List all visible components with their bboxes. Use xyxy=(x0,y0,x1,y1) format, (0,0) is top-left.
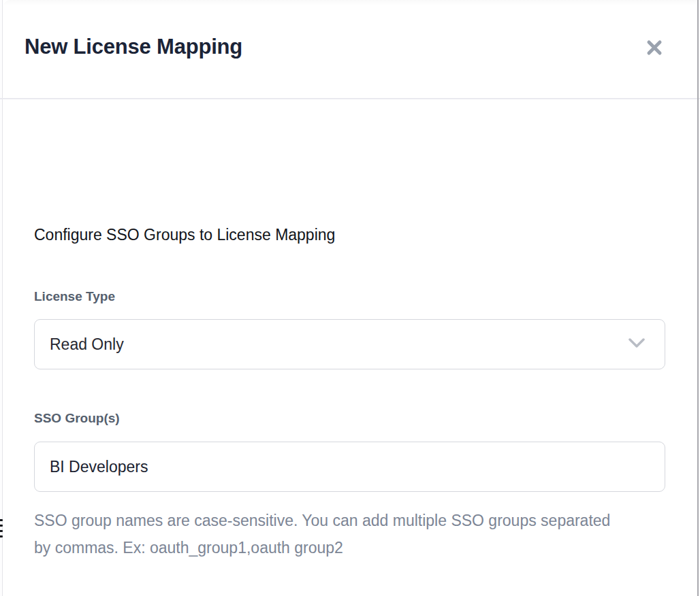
chevron-down-icon xyxy=(628,337,646,351)
license-type-label: License Type xyxy=(34,288,115,304)
header-divider xyxy=(0,98,700,99)
screen-root: { "modal": { "title": "New License Mappi… xyxy=(0,0,700,596)
window-right-border xyxy=(697,0,699,596)
sso-groups-help: SSO group names are case-sensitive. You … xyxy=(34,507,620,561)
menu-dash xyxy=(0,519,3,521)
page-edge-underlay xyxy=(0,0,3,596)
close-icon xyxy=(646,39,663,56)
close-button[interactable] xyxy=(642,35,667,60)
menu-dash xyxy=(0,535,3,537)
sso-groups-label: SSO Group(s) xyxy=(34,410,120,426)
menu-icon-fragment xyxy=(0,519,3,538)
license-type-value: Read Only xyxy=(50,335,124,354)
dialog-header: New License Mapping xyxy=(3,0,697,98)
new-license-mapping-dialog: New License Mapping Configure SSO Groups… xyxy=(3,0,697,596)
menu-dash xyxy=(0,525,3,527)
license-type-select[interactable]: Read Only xyxy=(34,319,665,369)
dialog-subtitle: Configure SSO Groups to License Mapping xyxy=(34,225,335,244)
sso-groups-input[interactable] xyxy=(34,442,665,492)
menu-dash xyxy=(0,530,3,532)
dialog-title: New License Mapping xyxy=(25,35,242,59)
